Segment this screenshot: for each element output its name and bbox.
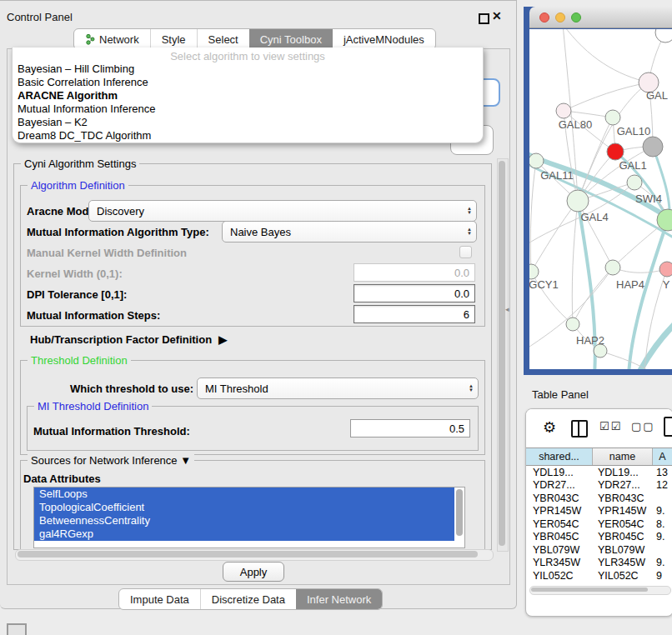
- float-window-icon[interactable]: [479, 13, 489, 24]
- minimize-traffic-light[interactable]: [555, 12, 565, 22]
- sources-toggle[interactable]: Sources for Network Inference ▼: [28, 454, 194, 467]
- table-cell: YPR145W: [526, 505, 593, 517]
- data-attribute-item[interactable]: BetweennessCentrality: [34, 514, 454, 528]
- scrollbar-thumb[interactable]: [18, 551, 478, 558]
- network-node-y[interactable]: [659, 262, 672, 277]
- table-horizontal-scrollbar[interactable]: [529, 586, 671, 595]
- table-cell: 9.: [653, 531, 664, 542]
- mi-steps-label: Mutual Information Steps:: [27, 309, 160, 322]
- table-row[interactable]: YER054CYER054C8.: [526, 518, 672, 531]
- mi-steps-field[interactable]: [354, 305, 475, 323]
- tab-infer-network[interactable]: Infer Network: [296, 589, 382, 609]
- tab-jactivemnodules[interactable]: jActiveMNodules: [333, 29, 435, 49]
- network-window-titlebar[interactable]: [529, 7, 672, 28]
- settings-vertical-scrollbar[interactable]: [497, 158, 509, 552]
- table-cell: 9.: [653, 557, 664, 568]
- data-attribute-item[interactable]: TopologicalCoefficient: [34, 501, 454, 514]
- table-row[interactable]: YIL052CYIL052C9: [526, 569, 672, 582]
- select-all-checkboxes-icon[interactable]: ☑☑: [599, 420, 622, 432]
- network-node-swi4[interactable]: [627, 175, 642, 190]
- list-scrollbar[interactable]: [456, 489, 463, 536]
- network-edge[interactable]: [530, 161, 536, 272]
- zoom-traffic-light[interactable]: [571, 12, 581, 22]
- mi-algorithm-type-select[interactable]: Naive Bayes ▲▼: [222, 221, 477, 242]
- tab-cyni-toolbox[interactable]: Cyni Toolbox: [249, 29, 333, 49]
- table-cell: YER054C: [526, 518, 593, 530]
- scrollbar-thumb[interactable]: [499, 161, 505, 546]
- data-attributes-list[interactable]: SelfLoopsTopologicalCoefficientBetweenne…: [33, 487, 465, 548]
- mi-threshold-label: Mutual Information Threshold:: [33, 425, 190, 438]
- close-traffic-light[interactable]: [539, 12, 549, 22]
- tab-impute-data[interactable]: Impute Data: [119, 589, 200, 609]
- tab-label: Infer Network: [307, 593, 371, 606]
- network-edge[interactable]: [613, 268, 667, 272]
- column-header[interactable]: name: [593, 448, 653, 465]
- data-attribute-item[interactable]: SelfLoops: [34, 488, 454, 501]
- algorithm-option[interactable]: Mutual Information Inference: [13, 102, 483, 116]
- table-row[interactable]: YLR345WYLR345W9.: [526, 557, 672, 570]
- scrollbar-thumb[interactable]: [531, 588, 648, 592]
- table-row[interactable]: YPR145WYPR145W9.: [526, 505, 672, 518]
- table-row[interactable]: YBR045CYBR045C9.: [526, 531, 672, 544]
- data-attribute-item[interactable]: gal4RGexp: [34, 528, 454, 541]
- close-icon[interactable]: ✕: [492, 9, 502, 22]
- algorithm-option[interactable]: ARACNE Algorithm: [13, 89, 483, 102]
- apply-button[interactable]: Apply: [223, 562, 284, 582]
- node-label: GAL10: [617, 125, 650, 138]
- tab-style[interactable]: Style: [150, 29, 197, 49]
- tab-label: jActiveMNodules: [344, 33, 424, 46]
- algorithm-option[interactable]: Bayesian – K2: [13, 116, 483, 129]
- deselect-all-checkboxes-icon[interactable]: ▢▢: [631, 420, 655, 432]
- network-node-gcy1[interactable]: [529, 264, 539, 279]
- network-node-hap4[interactable]: [605, 260, 620, 275]
- network-node-gal1[interactable]: [607, 143, 624, 160]
- network-node-gal11[interactable]: [529, 153, 544, 168]
- node-label: Y: [663, 278, 670, 291]
- network-node-gal10[interactable]: [605, 110, 620, 125]
- screen: Control Panel ✕ NetworkStyleSelectCyni T…: [0, 0, 672, 635]
- table-row[interactable]: YDL19...YDL19...13: [526, 466, 672, 479]
- columns-icon[interactable]: [571, 420, 588, 438]
- network-edge-highlighted[interactable]: [638, 322, 672, 369]
- network-edge[interactable]: [531, 201, 578, 272]
- network-edge[interactable]: [564, 82, 649, 111]
- new-table-icon[interactable]: [664, 417, 672, 437]
- gear-icon[interactable]: ⚙: [543, 418, 556, 437]
- table-row[interactable]: YBR043CYBR043C: [526, 492, 672, 505]
- column-header[interactable]: A: [653, 448, 672, 465]
- aracne-mode-select[interactable]: Discovery ▲▼: [88, 200, 477, 222]
- network-canvas[interactable]: GALGAL80GAL10GAL1GAL11SWI4GAL4GCY1HAP4YH…: [529, 29, 672, 369]
- tab-network[interactable]: Network: [74, 29, 150, 49]
- column-header[interactable]: shared...: [526, 448, 593, 465]
- network-node-gal4[interactable]: [567, 190, 589, 212]
- table-row[interactable]: YDR27...YDR27...12: [526, 479, 672, 492]
- algorithm-option[interactable]: Basic Correlation Inference: [13, 76, 483, 89]
- network-node-gal80[interactable]: [556, 103, 571, 118]
- node-label: GAL: [646, 89, 668, 102]
- splitter-left-icon[interactable]: ◂: [505, 305, 509, 313]
- network-edge[interactable]: [563, 29, 649, 82]
- node-label: GAL11: [540, 169, 574, 182]
- algorithm-option[interactable]: Bayesian – Hill Climbing: [13, 62, 483, 76]
- algorithm-dropdown-popup: Select algorithm to view settings Bayesi…: [12, 48, 484, 143]
- tab-discretize-data[interactable]: Discretize Data: [200, 589, 296, 609]
- manual-kernel-width-checkbox[interactable]: [459, 246, 472, 258]
- network-node-hap2[interactable]: [566, 318, 579, 331]
- settings-horizontal-scrollbar[interactable]: [15, 549, 494, 561]
- network-edge-highlighted[interactable]: [629, 220, 668, 369]
- network-node[interactable]: [643, 137, 663, 157]
- mi-algorithm-type-label: Mutual Information Algorithm Type:: [27, 226, 209, 238]
- dpi-tolerance-field[interactable]: [354, 284, 475, 302]
- algorithm-placeholder: Select algorithm to view settings: [13, 50, 483, 62]
- tab-select[interactable]: Select: [197, 29, 249, 49]
- minimized-panel-icon[interactable]: [7, 623, 27, 635]
- network-node[interactable]: [594, 344, 607, 358]
- algorithm-option[interactable]: Dream8 DC_TDC Algorithm: [13, 129, 483, 142]
- which-threshold-select[interactable]: MI Threshold ▲▼: [197, 378, 479, 399]
- table-row[interactable]: YBL079WYBL079W: [526, 543, 672, 557]
- mi-threshold-field[interactable]: [350, 419, 470, 438]
- network-node[interactable]: [655, 29, 672, 42]
- algorithm-list: Bayesian – Hill ClimbingBasic Correlatio…: [13, 62, 483, 142]
- kernel-width-field[interactable]: [354, 263, 475, 282]
- hub-definition-toggle[interactable]: Hub/Transcription Factor Definition▶: [30, 333, 227, 346]
